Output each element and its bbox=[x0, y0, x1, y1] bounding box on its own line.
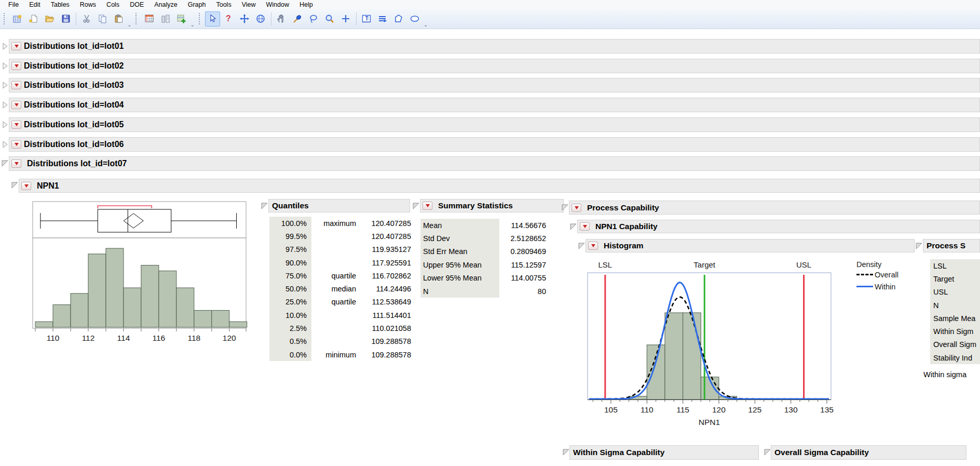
red-triangle-menu-button[interactable] bbox=[11, 159, 21, 168]
process-capability-header[interactable]: Process Capability bbox=[569, 201, 980, 215]
summary-row: N80 bbox=[420, 285, 546, 298]
overall-sigma-capability-header[interactable]: Overall Sigma Capability bbox=[771, 445, 967, 460]
red-triangle-menu-button[interactable] bbox=[21, 182, 31, 190]
summary-statistics-header[interactable]: Summary Statistics bbox=[420, 199, 564, 212]
report-header-lot05[interactable]: Distributions lot_id=lot05 bbox=[9, 117, 980, 132]
menu-item-tools[interactable]: Tools bbox=[211, 1, 236, 9]
quantile-name bbox=[311, 256, 356, 269]
menu-item-cols[interactable]: Cols bbox=[101, 1, 125, 9]
menu-item-help[interactable]: Help bbox=[294, 1, 318, 9]
data-table-icon[interactable] bbox=[142, 11, 157, 26]
collapse-toggle-icon[interactable] bbox=[916, 243, 923, 250]
magnifier-tool-icon[interactable] bbox=[322, 11, 337, 26]
red-triangle-menu-button[interactable] bbox=[580, 222, 590, 231]
red-triangle-menu-button[interactable] bbox=[11, 121, 21, 129]
new-journal-icon[interactable] bbox=[26, 11, 41, 26]
red-triangle-menu-button[interactable] bbox=[11, 42, 21, 50]
journal-icon[interactable] bbox=[158, 11, 173, 26]
annotate-tool-icon[interactable]: T bbox=[359, 11, 374, 26]
collapse-toggle-icon[interactable] bbox=[570, 223, 577, 231]
paste-icon[interactable] bbox=[111, 11, 126, 26]
histogram-header[interactable]: Histogram bbox=[586, 239, 915, 252]
collapse-toggle-icon[interactable] bbox=[2, 101, 9, 109]
new-data-table-icon[interactable] bbox=[10, 11, 25, 26]
toolbar-overflow-chevron-icon[interactable]: ⌄ bbox=[424, 22, 428, 28]
collapse-toggle-icon[interactable] bbox=[578, 243, 586, 250]
toolbar-grip[interactable] bbox=[199, 13, 201, 24]
collapse-toggle-icon[interactable] bbox=[2, 121, 9, 128]
toolbar-grip[interactable] bbox=[135, 13, 138, 24]
globe-tool-icon[interactable] bbox=[253, 11, 268, 26]
menu-item-edit[interactable]: Edit bbox=[24, 1, 46, 9]
header-label: Histogram bbox=[601, 241, 644, 250]
arrow-line-tool-icon[interactable] bbox=[375, 11, 390, 26]
collapse-toggle-icon[interactable] bbox=[764, 449, 771, 456]
quantile-value: 110.021058 bbox=[356, 322, 411, 335]
red-triangle-menu-button[interactable] bbox=[11, 81, 21, 89]
arrow-tool-icon[interactable] bbox=[205, 11, 220, 26]
collapse-toggle-icon[interactable] bbox=[2, 141, 9, 148]
menu-item-rows[interactable]: Rows bbox=[75, 1, 101, 9]
grabber-tool-icon[interactable] bbox=[274, 11, 289, 26]
polygon-tool-icon[interactable] bbox=[391, 11, 406, 26]
npn1-capability-header[interactable]: NPN1 Capability bbox=[577, 220, 980, 233]
toolbar-overflow-chevron-icon[interactable]: ⌄ bbox=[127, 22, 131, 28]
red-triangle-menu-button[interactable] bbox=[571, 204, 581, 212]
menu-item-graph[interactable]: Graph bbox=[183, 1, 211, 9]
summary-label: N bbox=[420, 285, 499, 298]
red-triangle-menu-button[interactable] bbox=[11, 62, 21, 70]
open-icon[interactable] bbox=[42, 11, 57, 26]
collapse-toggle-icon[interactable] bbox=[2, 43, 9, 50]
save-icon[interactable] bbox=[58, 11, 73, 26]
quantiles-row: 25.0%quartile112.538649 bbox=[269, 296, 411, 309]
collapse-toggle-icon[interactable] bbox=[2, 160, 9, 167]
menu-item-file[interactable]: File bbox=[3, 1, 24, 9]
red-triangle-menu-button[interactable] bbox=[11, 140, 21, 149]
jmp-application-window: { "menu": {"items": ["File","Edit","Tabl… bbox=[0, 0, 980, 466]
process-summary-row: Overall Sigm bbox=[930, 338, 980, 351]
toolbar-grip[interactable] bbox=[4, 13, 6, 24]
menu-item-window[interactable]: Window bbox=[261, 1, 294, 9]
brush-tool-icon[interactable] bbox=[290, 11, 305, 26]
crosshair-tool-icon[interactable] bbox=[338, 11, 353, 26]
report-header-lot04[interactable]: Distributions lot_id=lot04 bbox=[9, 98, 980, 112]
collapse-toggle-icon[interactable] bbox=[2, 82, 9, 89]
menu-item-tables[interactable]: Tables bbox=[46, 1, 75, 9]
toolbar-overflow-chevron-icon[interactable]: ⌄ bbox=[190, 22, 194, 28]
red-triangle-menu-button[interactable] bbox=[11, 101, 21, 109]
collapse-toggle-icon[interactable] bbox=[261, 203, 268, 210]
quantiles-row: 0.5%109.288578 bbox=[269, 335, 411, 348]
move-tool-icon[interactable] bbox=[237, 11, 252, 26]
variable-header-npn1[interactable]: NPN1 bbox=[19, 179, 980, 193]
collapse-toggle-icon[interactable] bbox=[2, 62, 9, 70]
red-triangle-menu-button[interactable] bbox=[423, 202, 432, 210]
menu-item-view[interactable]: View bbox=[237, 1, 261, 9]
menu-item-analyze[interactable]: Analyze bbox=[149, 1, 182, 9]
collapse-toggle-icon[interactable] bbox=[11, 182, 19, 189]
oval-tool-icon[interactable] bbox=[407, 11, 423, 26]
quantile-pct: 50.0% bbox=[269, 282, 311, 295]
lasso-tool-icon[interactable] bbox=[306, 11, 321, 26]
help-tool-icon[interactable]: ? bbox=[221, 11, 236, 26]
header-label: NPN1 bbox=[34, 181, 59, 191]
new-map-icon[interactable] bbox=[174, 11, 189, 26]
report-header-lot03[interactable]: Distributions lot_id=lot03 bbox=[9, 78, 980, 92]
collapse-toggle-icon[interactable] bbox=[562, 204, 569, 211]
collapse-toggle-icon[interactable] bbox=[563, 449, 570, 456]
process-summary-row: LSL bbox=[930, 259, 980, 272]
report-header-lot02[interactable]: Distributions lot_id=lot02 bbox=[9, 59, 980, 73]
header-label: Process S bbox=[923, 241, 965, 250]
cut-icon[interactable] bbox=[79, 11, 94, 26]
red-triangle-menu-button[interactable] bbox=[588, 242, 598, 250]
copy-icon[interactable] bbox=[95, 11, 110, 26]
report-header-lot07[interactable]: Distributions lot_id=lot07 bbox=[9, 156, 980, 171]
menu-item-doe[interactable]: DOE bbox=[125, 1, 149, 9]
report-header-lot06[interactable]: Distributions lot_id=lot06 bbox=[9, 137, 980, 152]
summary-label: Std Dev bbox=[420, 232, 499, 245]
quantiles-header[interactable]: Quantiles bbox=[268, 199, 410, 212]
collapse-toggle-icon[interactable] bbox=[413, 203, 420, 210]
within-sigma-capability-header[interactable]: Within Sigma Capability bbox=[569, 445, 759, 460]
quantiles-row: 97.5%119.935127 bbox=[269, 243, 411, 256]
report-header-lot01[interactable]: Distributions lot_id=lot01 bbox=[9, 39, 980, 54]
process-summary-header[interactable]: Process S bbox=[923, 239, 980, 252]
